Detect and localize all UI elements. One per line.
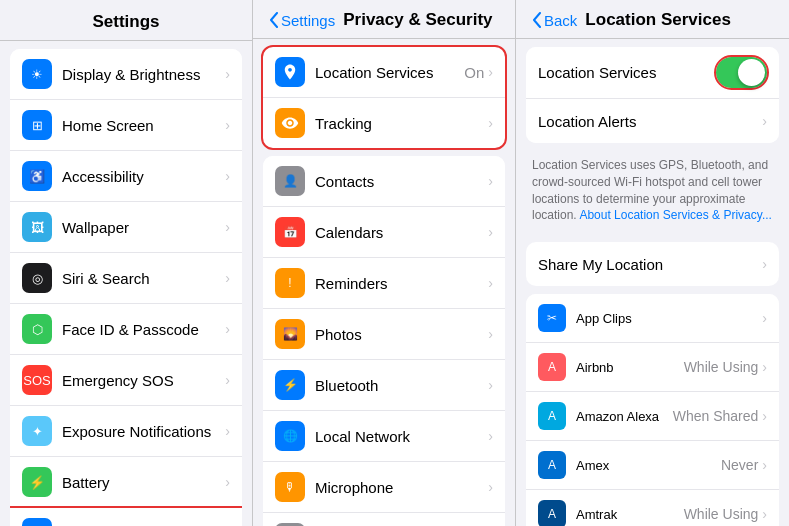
- label-display: Display & Brightness: [62, 66, 225, 83]
- mid-item-localnetwork[interactable]: 🌐 Local Network ›: [263, 411, 505, 462]
- icon-siri: ◎: [22, 263, 52, 293]
- mid-item-contacts[interactable]: 👤 Contacts ›: [263, 156, 505, 207]
- mid-icon-calendars: 📅: [275, 217, 305, 247]
- app-item-airbnb[interactable]: A Airbnb While Using ›: [526, 343, 779, 392]
- location-alerts-label: Location Alerts: [538, 113, 762, 130]
- label-sos: Emergency SOS: [62, 372, 225, 389]
- mid-chevron-bluetooth: ›: [488, 377, 493, 393]
- mid-item-microphone[interactable]: 🎙 Microphone ›: [263, 462, 505, 513]
- app-icon-amtrak: A: [538, 500, 566, 526]
- label-battery: Battery: [62, 474, 225, 491]
- mid-label-microphone: Microphone: [315, 479, 488, 496]
- label-wallpaper: Wallpaper: [62, 219, 225, 236]
- app-item-appclips[interactable]: ✂ App Clips ›: [526, 294, 779, 343]
- left-item-wallpaper[interactable]: 🖼 Wallpaper ›: [10, 202, 242, 253]
- label-accessibility: Accessibility: [62, 168, 225, 185]
- location-toggle-row: Location Services: [526, 47, 779, 99]
- mid-item-reminders[interactable]: ! Reminders ›: [263, 258, 505, 309]
- mid-label-localnetwork: Local Network: [315, 428, 488, 445]
- tracking-item[interactable]: Tracking ›: [263, 98, 505, 148]
- location-alerts-item[interactable]: Location Alerts ›: [526, 99, 779, 143]
- location-icon: [275, 57, 305, 87]
- app-chevron-amex: ›: [762, 457, 767, 473]
- share-location-section: Share My Location ›: [526, 242, 779, 286]
- mid-icon-microphone: 🎙: [275, 472, 305, 502]
- mid-icon-reminders: !: [275, 268, 305, 298]
- app-label-airbnb: Airbnb: [576, 360, 684, 375]
- app-item-amazonalexa[interactable]: A Amazon Alexa When Shared ›: [526, 392, 779, 441]
- chevron-home: ›: [225, 117, 230, 133]
- icon-exposure: ✦: [22, 416, 52, 446]
- left-item-display[interactable]: ☀ Display & Brightness ›: [10, 49, 242, 100]
- mid-label-photos: Photos: [315, 326, 488, 343]
- mid-chevron-calendars: ›: [488, 224, 493, 240]
- app-chevron-amtrak: ›: [762, 506, 767, 522]
- location-description: Location Services uses GPS, Bluetooth, a…: [516, 151, 789, 234]
- app-chevron-amazonalexa: ›: [762, 408, 767, 424]
- left-panel: Settings ☀ Display & Brightness › ⊞ Home…: [0, 0, 253, 526]
- location-toggle-section: Location Services Location Alerts ›: [526, 47, 779, 143]
- mid-chevron-microphone: ›: [488, 479, 493, 495]
- mid-item-photos[interactable]: 🌄 Photos ›: [263, 309, 505, 360]
- app-label-amtrak: Amtrak: [576, 507, 684, 522]
- share-location-item[interactable]: Share My Location ›: [526, 242, 779, 286]
- mid-item-speechrecognition[interactable]: ◎ Speech Recognition ›: [263, 513, 505, 526]
- icon-home: ⊞: [22, 110, 52, 140]
- icon-accessibility: ♿: [22, 161, 52, 191]
- left-item-faceid[interactable]: ⬡ Face ID & Passcode ›: [10, 304, 242, 355]
- right-title: Location Services: [585, 10, 731, 30]
- mid-icon-bluetooth: ⚡: [275, 370, 305, 400]
- location-services-label: Location Services: [315, 64, 464, 81]
- middle-back-button[interactable]: Settings: [269, 12, 335, 29]
- icon-battery: ⚡: [22, 467, 52, 497]
- left-item-sos[interactable]: SOS Emergency SOS ›: [10, 355, 242, 406]
- location-toggle[interactable]: [716, 57, 767, 88]
- middle-back-label: Settings: [281, 12, 335, 29]
- location-services-item[interactable]: Location Services On ›: [263, 47, 505, 98]
- left-item-exposure[interactable]: ✦ Exposure Notifications ›: [10, 406, 242, 457]
- chevron-accessibility: ›: [225, 168, 230, 184]
- middle-scroll: Location Services On › Tracking ›: [253, 39, 515, 526]
- tracking-chevron: ›: [488, 115, 493, 131]
- app-icon-amex: A: [538, 451, 566, 479]
- app-icon-amazonalexa: A: [538, 402, 566, 430]
- left-item-home[interactable]: ⊞ Home Screen ›: [10, 100, 242, 151]
- mid-item-calendars[interactable]: 📅 Calendars ›: [263, 207, 505, 258]
- middle-list: 👤 Contacts › 📅 Calendars › ! Reminders ›…: [263, 156, 505, 526]
- left-item-accessibility[interactable]: ♿ Accessibility ›: [10, 151, 242, 202]
- mid-chevron-localnetwork: ›: [488, 428, 493, 444]
- label-faceid: Face ID & Passcode: [62, 321, 225, 338]
- app-value-amazonalexa: When Shared: [673, 408, 759, 424]
- left-item-battery[interactable]: ⚡ Battery ›: [10, 457, 242, 508]
- label-siri: Siri & Search: [62, 270, 225, 287]
- app-value-amex: Never: [721, 457, 758, 473]
- location-chevron: ›: [488, 64, 493, 80]
- right-panel: Back Location Services Location Services…: [516, 0, 789, 526]
- app-item-amex[interactable]: A Amex Never ›: [526, 441, 779, 490]
- right-back-button[interactable]: Back: [532, 12, 577, 29]
- mid-item-bluetooth[interactable]: ⚡ Bluetooth ›: [263, 360, 505, 411]
- location-services-value: On: [464, 64, 484, 81]
- icon-display: ☀: [22, 59, 52, 89]
- mid-chevron-contacts: ›: [488, 173, 493, 189]
- left-item-privacy[interactable]: 🤚 Privacy & Security ›: [10, 508, 242, 526]
- chevron-exposure: ›: [225, 423, 230, 439]
- icon-sos: SOS: [22, 365, 52, 395]
- chevron-faceid: ›: [225, 321, 230, 337]
- share-location-label: Share My Location: [538, 256, 762, 273]
- app-chevron-appclips: ›: [762, 310, 767, 326]
- mid-chevron-photos: ›: [488, 326, 493, 342]
- location-section-highlighted: Location Services On › Tracking ›: [263, 47, 505, 148]
- chevron-battery: ›: [225, 474, 230, 490]
- left-item-siri[interactable]: ◎ Siri & Search ›: [10, 253, 242, 304]
- mid-label-bluetooth: Bluetooth: [315, 377, 488, 394]
- app-value-airbnb: While Using: [684, 359, 759, 375]
- middle-header: Settings Privacy & Security: [253, 0, 515, 39]
- middle-title: Privacy & Security: [343, 10, 492, 30]
- location-toggle-label: Location Services: [538, 64, 716, 81]
- about-link[interactable]: About Location Services & Privacy...: [579, 208, 772, 222]
- mid-label-calendars: Calendars: [315, 224, 488, 241]
- app-item-amtrak[interactable]: A Amtrak While Using ›: [526, 490, 779, 526]
- app-icon-appclips: ✂: [538, 304, 566, 332]
- label-home: Home Screen: [62, 117, 225, 134]
